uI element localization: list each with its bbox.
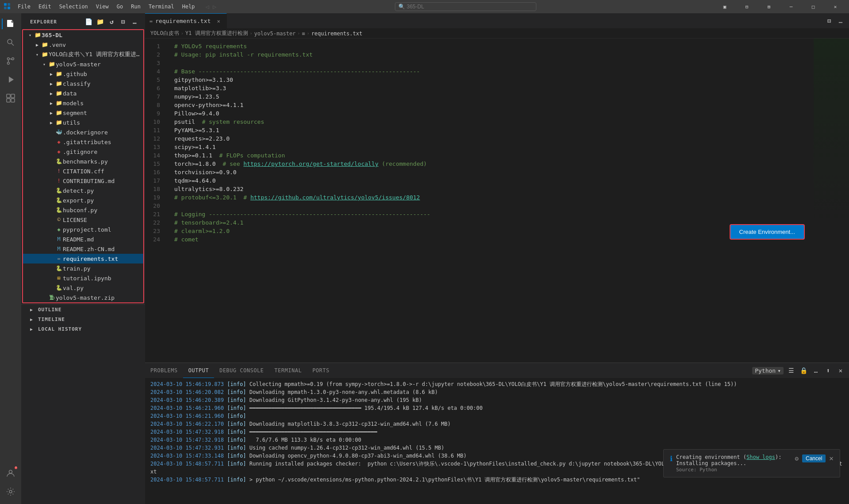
menu-file[interactable]: File <box>14 3 34 11</box>
breadcrumb-part-2[interactable]: Y1 调用官方权重进行检测 <box>185 30 248 37</box>
menu-terminal[interactable]: Terminal <box>145 3 178 11</box>
panel-filter-button[interactable]: ☰ <box>786 366 796 375</box>
refresh-explorer-button[interactable]: ↺ <box>107 17 117 27</box>
tree-item-data[interactable]: ▶ 📁 data <box>23 88 143 98</box>
nav-forward[interactable]: ▷ <box>213 3 216 10</box>
tree-item-requirements[interactable]: ▶ = requirements.txt <box>23 254 143 263</box>
new-file-button[interactable]: 📄 <box>84 17 94 27</box>
tree-item-license[interactable]: ▶ © LICENSE <box>23 215 143 225</box>
create-environment-button[interactable]: Create Environment... <box>730 224 805 240</box>
tree-item-segment[interactable]: ▶ 📁 segment <box>23 108 143 118</box>
menu-edit[interactable]: Edit <box>35 3 55 11</box>
more-options-button[interactable]: … <box>130 17 140 27</box>
menu-help[interactable]: Help <box>179 3 199 11</box>
layout-split[interactable]: ⊟ <box>737 0 757 13</box>
more-actions-button[interactable]: … <box>836 16 845 26</box>
code-line-15[interactable]: torch>=1.8.0 # see https://pytorch.org/g… <box>174 160 814 168</box>
python-selector[interactable]: Python ▾ <box>752 367 784 374</box>
tree-item-citation[interactable]: ▶ ! CITATION.cff <box>23 166 143 176</box>
tree-item-utils[interactable]: ▶ 📁 utils <box>23 118 143 127</box>
terminal-content[interactable]: 2024-03-10 15:46:19.873 [info] Collectin… <box>145 378 849 504</box>
tree-item-val[interactable]: ▶ 🐍 val.py <box>23 283 143 293</box>
tree-item-classify[interactable]: ▶ 📁 classify <box>23 79 143 88</box>
code-line-1[interactable]: # YOLOv5 requirements <box>174 42 814 50</box>
code-line-7[interactable]: numpy>=1.23.5 <box>174 92 814 101</box>
tree-item-pyproject[interactable]: ▶ ◈ pyproject.toml <box>23 225 143 234</box>
global-search-input[interactable] <box>395 2 536 11</box>
breadcrumb-part-4[interactable]: ≡ <box>302 31 305 37</box>
breadcrumb-part-1[interactable]: YOLO白皮书 <box>150 30 179 37</box>
code-line-17[interactable]: tqdm>=4.64.0 <box>174 176 814 185</box>
tree-item-contributing[interactable]: ▶ ! CONTRIBUTING.md <box>23 176 143 186</box>
tree-item-train[interactable]: ▶ 🐍 train.py <box>23 263 143 273</box>
tree-item-zip[interactable]: ▶ 🗜 yolov5-master.zip <box>23 293 143 302</box>
tab-requirements[interactable]: = requirements.txt ✕ <box>145 13 227 28</box>
code-line-14[interactable]: thop>=0.1.1 # FLOPs computation <box>174 151 814 160</box>
nav-back[interactable]: ◁ <box>206 3 209 10</box>
panel-tab-ports[interactable]: PORTS <box>307 363 335 378</box>
close-button[interactable]: ✕ <box>825 0 845 13</box>
breadcrumb-part-5[interactable]: requirements.txt <box>311 31 363 37</box>
code-line-19[interactable]: # protobuf<=3.20.1 # https://github.com/… <box>174 193 814 202</box>
activity-account[interactable]: ! <box>2 464 19 482</box>
tree-item-gitignore[interactable]: ▶ ◈ .gitignore <box>23 147 143 157</box>
panel-tab-output[interactable]: OUTPUT <box>183 363 214 378</box>
tree-item-tutorial[interactable]: ▶ ⊞ tutorial.ipynb <box>23 273 143 283</box>
sidebar-section-timeline[interactable]: ▶ TIMELINE <box>21 314 145 324</box>
code-line-12[interactable]: requests>=2.23.0 <box>174 134 814 143</box>
maximize-button[interactable]: □ <box>803 0 823 13</box>
tree-item-benchmarks[interactable]: ▶ 🐍 benchmarks.py <box>23 157 143 166</box>
code-line-18[interactable]: ultralytics>=8.0.232 <box>174 185 814 193</box>
code-line-3[interactable] <box>174 59 814 67</box>
breadcrumb-part-3[interactable]: yolov5-master <box>254 31 296 37</box>
tree-item-readme-zh[interactable]: ▶ M README.zh-CN.md <box>23 244 143 254</box>
tree-item-detect[interactable]: ▶ 🐍 detect.py <box>23 186 143 195</box>
code-line-9[interactable]: Pillow>=9.4.0 <box>174 109 814 118</box>
activity-source-control[interactable] <box>2 52 19 70</box>
tree-item-gitattributes[interactable]: ▶ ◈ .gitattributes <box>23 137 143 147</box>
notification-cancel-button[interactable]: Cancel <box>802 454 826 462</box>
tree-item-hubconf[interactable]: ▶ 🐍 hubconf.py <box>23 205 143 215</box>
split-editor-button[interactable]: ⊟ <box>824 16 834 26</box>
tab-close-requirements[interactable]: ✕ <box>215 18 222 25</box>
activity-search[interactable] <box>2 34 19 51</box>
minimize-button[interactable]: ─ <box>781 0 801 13</box>
layout-grid[interactable]: ⊞ <box>759 0 779 13</box>
activity-explorer[interactable] <box>2 15 19 33</box>
activity-extensions[interactable] <box>2 89 19 107</box>
sidebar-section-local-history[interactable]: ▶ LOCAL HISTORY <box>21 324 145 334</box>
code-line-23[interactable]: # clearml>=1.2.0 <box>174 227 814 235</box>
activity-run-debug[interactable] <box>2 71 19 88</box>
notification-gear-icon[interactable]: ⚙ <box>795 455 799 462</box>
menu-run[interactable]: Run <box>127 3 144 11</box>
tree-item-models[interactable]: ▶ 📁 models <box>23 98 143 108</box>
code-line-11[interactable]: PyYAML>=5.3.1 <box>174 126 814 134</box>
menu-view[interactable]: View <box>92 3 112 11</box>
panel-tab-terminal[interactable]: TERMINAL <box>269 363 307 378</box>
code-line-16[interactable]: torchvision>=0.9.0 <box>174 168 814 176</box>
code-line-20[interactable] <box>174 202 814 210</box>
tree-item-export[interactable]: ▶ 🐍 export.py <box>23 195 143 205</box>
menu-selection[interactable]: Selection <box>56 3 92 11</box>
code-line-21[interactable]: # Logging ------------------------------… <box>174 210 814 218</box>
tree-item-venv[interactable]: ▶ 📁 .venv <box>23 40 143 50</box>
panel-maximize-button[interactable]: ⬆ <box>823 366 833 375</box>
code-line-24[interactable]: # comet <box>174 235 814 244</box>
tree-item-yolo-folder[interactable]: ▾ 📁 YOLO白皮书＼Y1 调用官方权重进行… <box>23 50 143 59</box>
minimap[interactable] <box>814 38 849 363</box>
layout-single[interactable]: ▣ <box>715 0 735 13</box>
tree-item-yolov5master[interactable]: ▾ 📁 yolov5-master <box>23 59 143 69</box>
code-line-4[interactable]: # Base ---------------------------------… <box>174 67 814 76</box>
notification-close-button[interactable]: ✕ <box>829 454 834 462</box>
code-line-6[interactable]: matplotlib>=3.3 <box>174 84 814 92</box>
code-line-13[interactable]: scipy>=1.4.1 <box>174 143 814 151</box>
panel-tab-debug-console[interactable]: DEBUG CONSOLE <box>214 363 269 378</box>
code-line-22[interactable]: # tensorboard>=2.4.1 <box>174 218 814 227</box>
show-logs-link[interactable]: Show logs <box>746 454 775 460</box>
code-line-10[interactable]: psutil # system resources <box>174 118 814 126</box>
panel-more-button[interactable]: … <box>811 366 821 375</box>
tree-item-github[interactable]: ▶ 📁 .github <box>23 69 143 79</box>
collapse-all-button[interactable]: ⊟ <box>119 17 128 27</box>
tree-item-readme[interactable]: ▶ M README.md <box>23 234 143 244</box>
code-line-8[interactable]: opencv-python>=4.1.1 <box>174 101 814 109</box>
